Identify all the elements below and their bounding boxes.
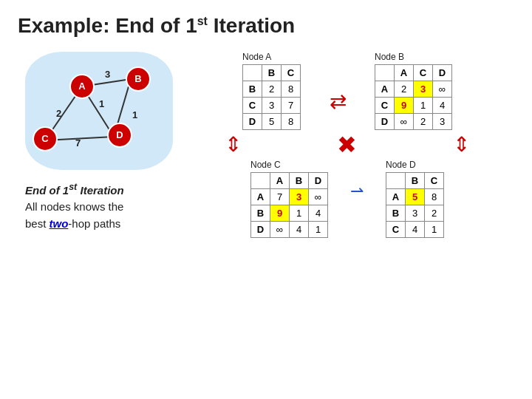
slide: Example: End of 1st Iteration 3 2	[0, 0, 532, 399]
node-d: D	[107, 123, 132, 148]
arrow-cross: ✖	[337, 131, 357, 159]
horiz-arrows: ⇄	[323, 89, 352, 114]
best-paths-line: best two-hop paths	[25, 216, 124, 233]
node-b-table: A C D A 2 3 ∞ C 9 1	[375, 64, 452, 130]
all-nodes-line: All nodes knows the	[25, 199, 124, 216]
node-a-table: B C B 2 8 C 3 7	[242, 64, 301, 130]
left-panel: 3 2 1 7 1 A B C D E	[18, 52, 180, 238]
node-c-label: Node C	[250, 160, 281, 170]
node-d-table-section: Node D B C A 5 8 B	[386, 160, 444, 238]
node-d-table: B C A 5 8 B 3 2	[386, 172, 444, 238]
horiz-arrows-bottom: ⇀	[350, 182, 364, 201]
graph: 3 2 1 7 1 A B C D	[25, 52, 173, 170]
top-tables-row: Node A B C B 2 8 C	[180, 52, 514, 130]
bottom-tables-row: Node C A B D A 7 3 ∞	[180, 160, 514, 238]
node-d-label: Node D	[386, 160, 416, 170]
end-iteration-line: End of 1st Iteration	[25, 184, 124, 197]
node-a-table-section: Node A B C B 2 8 C	[242, 52, 301, 130]
node-c-table-section: Node C A B D A 7 3 ∞	[250, 160, 328, 238]
node-b-table-section: Node B A C D A 2 3 ∞	[375, 52, 452, 130]
bottom-text: End of 1st Iteration All nodes knows the…	[25, 180, 124, 233]
svg-text:7: 7	[75, 137, 81, 149]
slide-title: Example: End of 1st Iteration	[18, 13, 514, 38]
svg-text:3: 3	[105, 69, 110, 80]
node-c-table: A B D A 7 3 ∞ B 9 1	[250, 172, 328, 238]
arrow-down-left: ⇕	[225, 132, 242, 157]
right-panel: Node A B C B 2 8 C	[180, 52, 514, 238]
node-a: A	[69, 74, 95, 99]
node-a-label: Node A	[242, 52, 271, 62]
node-b-label: Node B	[375, 52, 404, 62]
content-area: 3 2 1 7 1 A B C D E	[18, 52, 514, 238]
svg-text:2: 2	[56, 108, 61, 119]
arrow-down-right: ⇕	[453, 132, 470, 157]
blue-arrow: ⇀	[350, 182, 364, 201]
svg-text:1: 1	[132, 109, 137, 120]
node-c: C	[33, 126, 58, 151]
middle-arrows-row: ⇕ ✖ ⇕	[180, 130, 514, 160]
node-b: B	[126, 66, 151, 92]
svg-text:1: 1	[99, 98, 104, 109]
